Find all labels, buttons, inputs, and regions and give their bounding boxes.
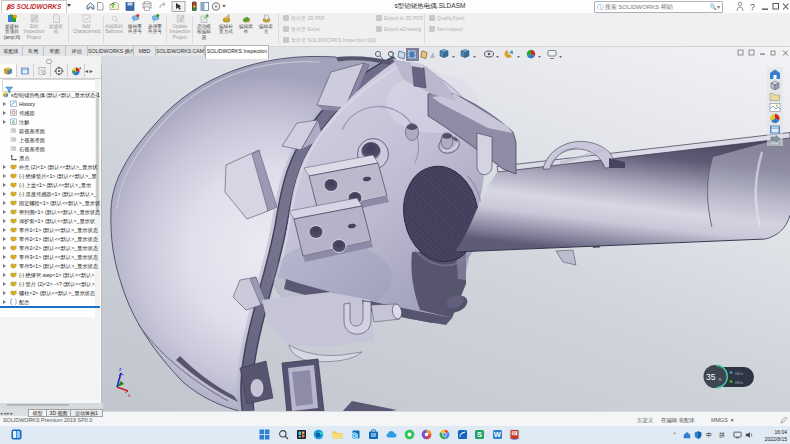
svg-text:x: x <box>128 392 131 398</box>
svg-text:z: z <box>119 366 122 372</box>
svg-text:35: 35 <box>706 372 716 382</box>
svg-text:0K/s: 0K/s <box>735 380 743 385</box>
svg-text:%: % <box>718 377 722 382</box>
svg-text:S: S <box>477 430 482 439</box>
svg-text:W: W <box>494 430 502 439</box>
svg-text:0K/s: 0K/s <box>735 371 743 376</box>
svg-text:?: ? <box>750 2 755 12</box>
